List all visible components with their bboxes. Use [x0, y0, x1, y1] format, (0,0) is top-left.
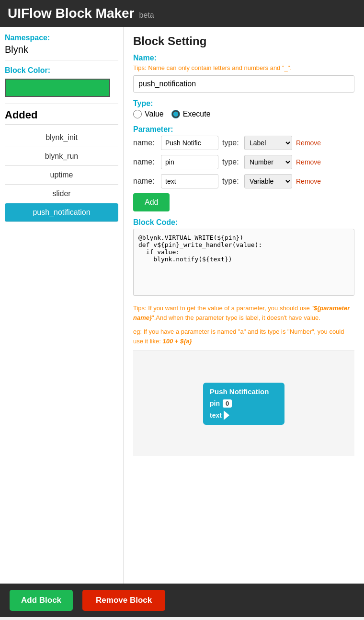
name-tips: Tips: Name can only contain letters and …	[133, 64, 354, 71]
tips-2: eg: If you have a parameter is named "a"…	[133, 327, 354, 346]
footer: Add Block Remove Block	[0, 584, 364, 617]
param-name-label-2: name:	[133, 177, 157, 186]
param-type-label-1: type:	[222, 158, 240, 166]
block-code-label: Block Code:	[133, 218, 354, 227]
notch-icon	[224, 410, 229, 420]
param-type-label-0: type:	[222, 139, 240, 147]
remove-param-button-0[interactable]: Remove	[296, 139, 321, 147]
sidebar-item-blynk-run[interactable]: blynk_run	[5, 147, 118, 166]
param-name-input-2[interactable]	[161, 174, 218, 188]
widget-text-label: text	[210, 411, 222, 419]
type-value-radio[interactable]	[133, 110, 142, 118]
param-type-select-2[interactable]: Label Number Variable	[244, 174, 292, 188]
add-parameter-button[interactable]: Add	[133, 193, 170, 211]
type-label: Type:	[133, 99, 354, 108]
param-row-2: name: type: Label Number Variable Remove	[133, 174, 354, 188]
type-execute-radio[interactable]	[171, 110, 180, 118]
main-layout: Namespace: Blynk Block Color: Added blyn…	[0, 27, 364, 584]
widget-title: Push Notification	[210, 387, 278, 396]
type-value-label[interactable]: Value	[133, 110, 164, 118]
added-label: Added	[5, 109, 118, 125]
remove-param-button-2[interactable]: Remove	[296, 177, 321, 185]
tips-1: Tips: If you want to get the value of a …	[133, 304, 354, 322]
param-name-label-0: name:	[133, 139, 157, 147]
block-widget: Push Notification pin 0 text	[203, 383, 284, 425]
block-name-input[interactable]	[133, 75, 354, 93]
param-type-label-2: type:	[222, 177, 240, 186]
widget-text-row: text	[210, 410, 278, 420]
block-color-label: Block Color:	[5, 66, 118, 75]
param-row-1: name: type: Label Number Variable Remove	[133, 155, 354, 169]
namespace-label: Namespace:	[5, 34, 118, 42]
widget-pin-row: pin 0	[210, 399, 278, 408]
header: UIFlow Block Maker beta	[0, 0, 364, 27]
param-type-select-1[interactable]: Label Number Variable	[244, 155, 292, 169]
app-title: UIFlow Block Maker	[8, 6, 135, 21]
block-setting-title: Block Setting	[133, 35, 354, 48]
preview-area: Push Notification pin 0 text	[133, 351, 354, 456]
add-block-button[interactable]: Add Block	[10, 590, 73, 611]
tips-param-em: ${parameter name}	[133, 304, 350, 321]
param-name-input-0[interactable]	[161, 136, 218, 150]
content-area: Block Setting Name: Tips: Name can only …	[124, 27, 364, 584]
remove-param-button-1[interactable]: Remove	[296, 158, 321, 166]
block-code-textarea[interactable]: @blynk.VIRTUAL_WRITE(${pin}) def v${pin}…	[133, 229, 354, 296]
sidebar-item-slider[interactable]: slider	[5, 185, 118, 203]
param-row-0: name: type: Label Number Variable Remove	[133, 136, 354, 150]
sidebar: Namespace: Blynk Block Color: Added blyn…	[0, 27, 124, 584]
beta-badge: beta	[139, 11, 154, 20]
parameter-label: Parameter:	[133, 125, 354, 134]
remove-block-button[interactable]: Remove Block	[82, 590, 165, 611]
tips-example-em: 100 + ${a}	[162, 338, 192, 345]
param-type-select-0[interactable]: Label Number Variable	[244, 136, 292, 150]
param-name-label-1: name:	[133, 158, 157, 166]
type-row: Value Execute	[133, 110, 354, 118]
sidebar-item-blynk-init[interactable]: blynk_init	[5, 129, 118, 147]
sidebar-item-uptime[interactable]: uptime	[5, 166, 118, 185]
color-swatch[interactable]	[5, 79, 110, 97]
type-execute-label[interactable]: Execute	[171, 110, 211, 118]
sidebar-item-push-notification[interactable]: push_notification	[5, 203, 118, 222]
namespace-value: Blynk	[5, 44, 118, 60]
widget-pin-badge: 0	[223, 399, 232, 408]
param-name-input-1[interactable]	[161, 155, 218, 169]
name-label: Name:	[133, 54, 354, 62]
widget-pin-label: pin	[210, 399, 220, 407]
